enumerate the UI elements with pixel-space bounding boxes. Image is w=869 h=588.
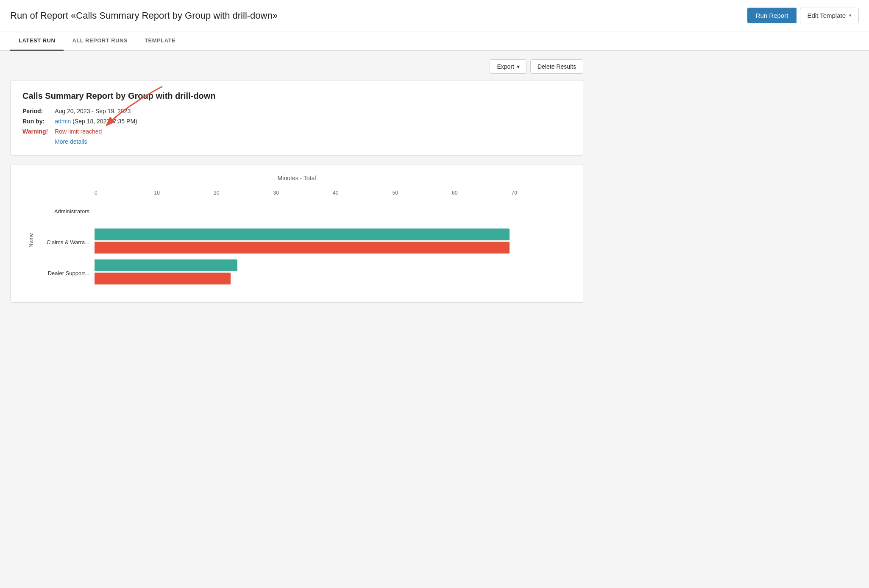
bar-group: Administrators [35,198,571,225]
toolbar-row: Export ▾ Delete Results [10,59,583,74]
delete-results-button[interactable]: Delete Results [530,59,583,74]
page-header: Run of Report «Calls Summary Report by G… [0,0,869,31]
run-by-date: (Sep 18, 2023, 7:35 PM) [72,118,137,125]
tab-template[interactable]: TEMPLATE [136,31,184,51]
x-tick: 0 [95,190,154,196]
content-area: Export ▾ Delete Results Calls Summary Re… [0,51,593,311]
bar-teal [95,229,510,240]
run-by-user-link[interactable]: admin [55,118,71,125]
page-title: Run of Report «Calls Summary Report by G… [10,10,278,21]
bar-group-label: Claims & Warra... [35,239,95,245]
bars-container [95,259,571,287]
x-tick: 60 [452,190,512,196]
tab-latest-run[interactable]: LATEST RUN [10,31,64,51]
x-axis-row: 010203040506070 [95,190,571,196]
run-by-value: admin (Sep 18, 2023, 7:35 PM) [55,118,234,125]
x-tick: 10 [154,190,214,196]
chart-wrapper: Name 010203040506070 AdministratorsClaim… [22,190,571,290]
bar-group-label: Administrators [35,208,95,215]
annotation-container: Period: Aug 20, 2023 - Sep 19, 2023 Run … [22,108,571,145]
edit-template-button[interactable]: Edit Template ▾ [800,8,859,23]
bars-container [95,229,571,256]
chart-body: AdministratorsClaims & Warra...Dealer Su… [35,198,571,290]
edit-template-label: Edit Template [807,12,846,19]
chevron-down-icon: ▾ [849,13,852,18]
period-label: Period: [22,108,48,114]
export-button[interactable]: Export ▾ [490,59,526,74]
tab-all-report-runs[interactable]: ALL REPORT RUNS [64,31,136,51]
header-actions: Run Report Edit Template ▾ [747,8,859,23]
period-value: Aug 20, 2023 - Sep 19, 2023 [55,108,234,114]
warning-label: Warning! [22,128,48,135]
export-label: Export [497,63,514,70]
x-tick: 70 [512,190,571,196]
chart-title: Minutes - Total [22,175,571,181]
bar-red [95,242,510,254]
report-info-card: Calls Summary Report by Group with drill… [10,81,583,156]
x-tick: 20 [214,190,273,196]
warning-text: Row limit reached [55,128,234,135]
report-meta: Period: Aug 20, 2023 - Sep 19, 2023 Run … [22,108,234,145]
export-chevron-icon: ▾ [517,63,520,70]
bar-red [95,273,231,284]
y-axis-label: Name [22,190,35,290]
run-report-button[interactable]: Run Report [747,8,797,23]
x-tick: 40 [333,190,393,196]
bar-teal [95,259,237,271]
bar-group: Claims & Warra... [35,229,571,256]
tabs-bar: LATEST RUN ALL REPORT RUNS TEMPLATE [0,31,869,51]
chart-card: Minutes - Total Name 010203040506070 Adm… [10,164,583,303]
chart-inner: 010203040506070 AdministratorsClaims & W… [35,190,571,290]
more-details-link[interactable]: More details [55,138,234,145]
bars-container [95,198,571,225]
x-tick: 50 [393,190,452,196]
report-card-title: Calls Summary Report by Group with drill… [22,91,571,101]
run-by-label: Run by: [22,118,48,125]
bar-group: Dealer Support... [35,259,571,287]
bar-group-label: Dealer Support... [35,270,95,276]
x-tick: 30 [273,190,333,196]
